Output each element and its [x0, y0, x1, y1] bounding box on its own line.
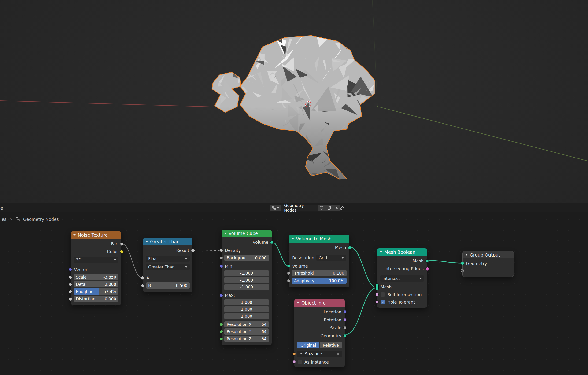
socket-self-intersection-input[interactable]: [375, 293, 379, 296]
output-label: Intersecting Edges: [384, 266, 424, 271]
socket-mesh-output[interactable]: [348, 246, 351, 249]
socket-object-input[interactable]: [293, 352, 296, 355]
field-label: Backgrou: [227, 256, 245, 260]
suzanne-mesh: [210, 34, 379, 180]
node-header[interactable]: Object Info: [294, 299, 345, 307]
b-field[interactable]: B 0.500: [146, 282, 190, 289]
object-selector[interactable]: Suzanne: [297, 351, 342, 357]
min-x-field[interactable]: -1.000: [224, 270, 269, 276]
socket-mesh-multi-input[interactable]: [375, 283, 379, 291]
output-label: Color: [107, 249, 118, 254]
hole-tolerant-checkbox[interactable]: [380, 300, 385, 304]
min-y-field[interactable]: -1.000: [224, 277, 269, 283]
max-x-field[interactable]: 1.000: [224, 299, 269, 305]
self-intersection-checkbox[interactable]: [380, 292, 385, 297]
node-header[interactable]: Volume Cube: [221, 230, 272, 237]
resolution-z-field[interactable]: Resolution Z 64: [224, 336, 269, 342]
blender-window: e Geometry Nodes: [0, 0, 588, 375]
relative-button[interactable]: Relative: [320, 342, 342, 348]
node-title: Greater Than: [150, 239, 180, 244]
field-value: 57.4%: [104, 289, 116, 294]
dimensions-dropdown[interactable]: 3D: [74, 257, 118, 263]
collapse-icon[interactable]: [224, 233, 226, 234]
output-label: Fac: [111, 241, 118, 246]
node-header[interactable]: Noise Texture: [71, 231, 121, 239]
socket-volume-input[interactable]: [287, 264, 290, 268]
dropdown-value: Greater Than: [148, 265, 175, 270]
output-row-intersecting-edges: Intersecting Edges: [377, 265, 427, 272]
node-volume-to-mesh[interactable]: Volume to Mesh Mesh Resolution Grid Volu…: [289, 235, 350, 287]
pin-button[interactable]: [339, 205, 345, 211]
socket-adaptivity-input[interactable]: [287, 279, 290, 282]
resolution-y-field[interactable]: Resolution Y 64: [224, 328, 269, 335]
socket-resolution-x-input[interactable]: [220, 323, 223, 326]
node-header[interactable]: Mesh Boolean: [377, 248, 427, 256]
adaptivity-field[interactable]: Adaptivity 100.0%: [292, 278, 346, 284]
node-volume-cube[interactable]: Volume Cube Volume Density Backgrou 0.00…: [221, 229, 272, 345]
socket-max-input[interactable]: [220, 294, 223, 297]
socket-threshold-input[interactable]: [287, 271, 290, 275]
resolution-mode-row: Resolution Grid: [289, 255, 349, 261]
socket-hole-tolerant-input[interactable]: [375, 300, 379, 304]
socket-volume-output[interactable]: [270, 241, 273, 244]
resolution-mode-dropdown[interactable]: Grid: [316, 255, 346, 261]
scale-field[interactable]: Scale -3.850: [74, 274, 118, 280]
output-label: Mesh: [413, 259, 424, 263]
max-y-field[interactable]: 1.000: [224, 306, 269, 312]
input-label: Min:: [225, 264, 234, 269]
background-field[interactable]: Backgrou 0.000: [224, 255, 269, 261]
input-label: Max:: [225, 293, 235, 298]
original-button[interactable]: Original: [297, 342, 319, 348]
clear-object-icon[interactable]: [337, 353, 340, 355]
max-z-field[interactable]: 1.000: [224, 313, 269, 319]
field-value: 2.000: [105, 282, 116, 287]
node-greater-than[interactable]: Greater Than Result Float Greater Than A: [143, 238, 193, 292]
duplicate-button[interactable]: [326, 205, 333, 211]
min-z-field[interactable]: -1.000: [224, 284, 269, 290]
socket-geometry-input[interactable]: [461, 262, 464, 265]
distortion-field[interactable]: Distortion 0.000: [74, 296, 118, 302]
output-label: Scale: [330, 325, 341, 330]
socket-rotation-output[interactable]: [343, 318, 346, 321]
collapse-icon[interactable]: [465, 254, 468, 256]
field-label: Resolution Y: [227, 329, 251, 334]
operation-dropdown[interactable]: Greater Than: [146, 264, 190, 270]
field-label: Resolution Z: [227, 337, 252, 341]
boolean-operation-dropdown[interactable]: Intersect: [380, 275, 424, 281]
node-object-info[interactable]: Object Info Location Rotation Scale Geom…: [294, 299, 345, 367]
node-mesh-boolean[interactable]: Mesh Boolean Mesh Intersecting Edges Int…: [377, 248, 427, 308]
socket-background-input[interactable]: [220, 256, 223, 260]
data-type-dropdown[interactable]: Float: [146, 256, 190, 262]
clipped-menu-text: e: [0, 206, 3, 210]
field-value: 1.000: [241, 314, 252, 319]
collapse-icon[interactable]: [73, 234, 76, 236]
socket-resolution-y-input[interactable]: [220, 330, 223, 333]
tree-name-input[interactable]: Geometry Nodes: [281, 205, 318, 211]
resolution-x-field[interactable]: Resolution X 64: [224, 321, 269, 327]
browse-tree-button[interactable]: [270, 205, 281, 211]
detail-field[interactable]: Detail 2.000: [74, 281, 118, 287]
collapse-icon[interactable]: [297, 302, 299, 304]
collapse-icon[interactable]: [146, 241, 148, 242]
socket-scale-output[interactable]: [343, 326, 346, 329]
socket-virtual-input[interactable]: [461, 269, 464, 272]
node-group-output[interactable]: Group Output Geometry: [462, 251, 514, 277]
threshold-field[interactable]: Threshold 0.100: [292, 270, 346, 276]
collapse-icon[interactable]: [292, 238, 294, 240]
socket-geometry-output[interactable]: [343, 334, 346, 337]
socket-as-instance-input[interactable]: [293, 360, 296, 364]
collapse-icon[interactable]: [380, 251, 382, 253]
socket-min-input[interactable]: [220, 264, 223, 268]
roughness-field[interactable]: Roughne 57.4%: [74, 288, 118, 295]
socket-mesh-output[interactable]: [425, 259, 429, 263]
fake-user-button[interactable]: [318, 205, 326, 211]
dropdown-value: Intersect: [382, 276, 400, 281]
as-instance-checkbox[interactable]: [298, 360, 302, 364]
3d-viewport[interactable]: [0, 0, 588, 203]
socket-resolution-z-input[interactable]: [220, 337, 223, 341]
node-header[interactable]: Volume to Mesh: [289, 235, 349, 242]
node-header[interactable]: Group Output: [463, 251, 514, 259]
node-noise-texture[interactable]: Noise Texture Fac Color 3D Vector: [71, 231, 122, 305]
node-header[interactable]: Greater Than: [143, 238, 192, 245]
socket-location-output[interactable]: [343, 310, 346, 313]
